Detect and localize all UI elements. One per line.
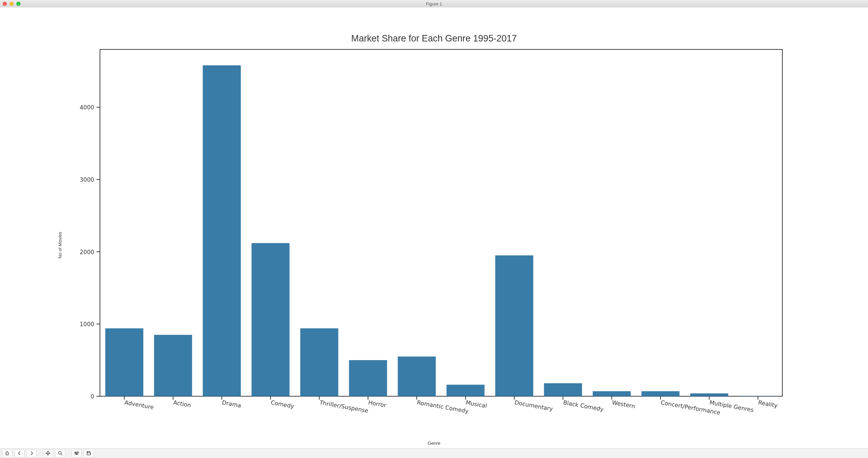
bar	[447, 385, 485, 396]
bar	[154, 335, 192, 397]
x-tick: Comedy	[270, 396, 295, 409]
toolbar-forward-button[interactable]	[27, 449, 37, 457]
plot-frame	[100, 49, 782, 396]
x-tick-label: Action	[173, 399, 191, 409]
svg-point-21	[76, 454, 77, 455]
bar	[593, 391, 631, 396]
y-axis: 01000200030004000	[80, 104, 100, 400]
bar	[544, 383, 582, 396]
toolbar-configure-button[interactable]	[71, 449, 82, 457]
x-tick: Horror	[368, 396, 387, 409]
x-tick: Romantic Comedy	[417, 396, 469, 415]
x-tick-label: Horror	[368, 399, 387, 409]
bar	[105, 328, 144, 396]
x-tick: Drama	[221, 396, 241, 409]
bar	[495, 256, 533, 397]
x-tick-label: Western	[612, 399, 636, 410]
arrow-right-icon	[29, 451, 34, 456]
x-tick: Reality	[758, 396, 778, 409]
window-title: Figure 1	[0, 1, 868, 6]
y-tick-label: 2000	[80, 249, 94, 256]
x-tick: Documentary	[514, 396, 553, 412]
x-tick-label: Romantic Comedy	[417, 399, 469, 415]
sliders-icon	[74, 451, 79, 456]
toolbar-back-button[interactable]	[14, 449, 24, 457]
y-tick-label: 3000	[80, 176, 94, 183]
figure-area: Market Share for Each Genre 1995-2017 No…	[0, 7, 868, 448]
minimize-button[interactable]	[10, 2, 14, 6]
x-tick-label: Documentary	[514, 399, 553, 412]
home-icon	[5, 451, 10, 456]
x-tick-label: Adventure	[124, 399, 154, 411]
y-tick: 2000	[80, 249, 100, 256]
y-tick: 0	[90, 393, 100, 400]
x-tick: Musical	[465, 396, 487, 409]
svg-point-19	[59, 452, 61, 454]
bar	[739, 396, 777, 396]
bar	[398, 356, 436, 396]
x-axis: AdventureActionDramaComedyThriller/Suspe…	[124, 396, 778, 416]
y-axis-label: No of Movies	[57, 232, 63, 259]
x-tick-label: Drama	[221, 399, 241, 409]
move-icon	[46, 451, 50, 456]
y-tick: 1000	[80, 321, 100, 328]
x-axis-label: Genre	[428, 441, 440, 446]
y-tick: 4000	[80, 104, 100, 111]
x-tick: Action	[173, 396, 191, 409]
x-tick: Black Comedy	[563, 396, 604, 412]
svg-point-20	[75, 452, 76, 453]
bar	[300, 328, 338, 396]
window-titlebar: Figure 1	[0, 0, 868, 8]
toolbar-save-button[interactable]	[84, 449, 94, 457]
chart-title: Market Share for Each Genre 1995-2017	[351, 33, 517, 43]
svg-point-22	[78, 452, 79, 453]
y-tick-label: 4000	[80, 104, 94, 111]
matplotlib-toolbar	[0, 448, 868, 458]
y-tick: 3000	[80, 176, 100, 183]
x-tick-label: Thriller/Suspense	[319, 399, 369, 414]
x-tick: Western	[612, 396, 636, 409]
arrow-left-icon	[17, 451, 22, 456]
bar-chart: Market Share for Each Genre 1995-2017 No…	[0, 7, 868, 448]
x-tick-label: Black Comedy	[563, 399, 604, 413]
maximize-button[interactable]	[16, 2, 20, 6]
window-controls	[3, 2, 20, 6]
x-tick: Thriller/Suspense	[319, 396, 369, 414]
bar	[203, 65, 241, 396]
bar	[349, 360, 387, 396]
y-tick-label: 0	[90, 393, 94, 400]
toolbar-zoom-button[interactable]	[55, 449, 65, 457]
bars-group	[105, 65, 777, 396]
close-button[interactable]	[3, 2, 7, 6]
bar	[252, 243, 290, 396]
zoom-icon	[58, 451, 63, 456]
x-tick-label: Reality	[758, 399, 778, 409]
y-tick-label: 1000	[80, 321, 94, 328]
save-icon	[86, 451, 91, 456]
toolbar-pan-button[interactable]	[43, 449, 53, 457]
x-tick-label: Comedy	[270, 399, 295, 410]
x-tick: Adventure	[124, 396, 154, 411]
bar	[641, 391, 680, 396]
toolbar-home-button[interactable]	[2, 449, 12, 457]
bar	[690, 393, 728, 397]
